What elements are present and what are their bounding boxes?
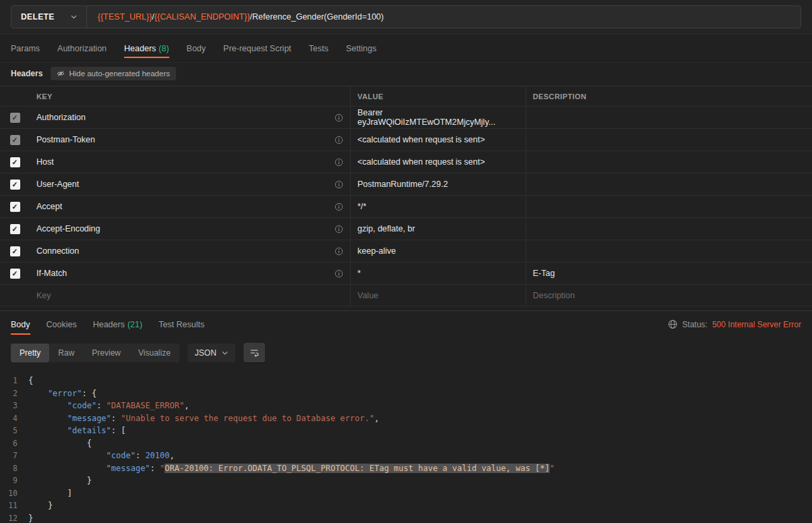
tab-tests[interactable]: Tests (309, 34, 328, 63)
header-enabled-checkbox[interactable] (10, 224, 20, 234)
code-line-content: "message": "ORA-20100: Error.ODATA_TO_PL… (28, 462, 554, 475)
view-pretty-button[interactable]: Pretty (11, 343, 49, 362)
line-number: 4 (0, 412, 28, 425)
code-line-content: "details": [ (28, 424, 126, 437)
header-key[interactable]: Postman-Token (36, 135, 95, 144)
url-segment-plain: /Reference_Gender(GenderId=100) (250, 12, 384, 22)
view-raw-button[interactable]: Raw (49, 343, 83, 362)
method-url-control: DELETE {{TEST_URL}}/{{CALISAN_ENDPOINT}}… (11, 5, 801, 28)
header-value[interactable]: */* (357, 202, 366, 211)
wrap-text-button[interactable] (243, 343, 265, 362)
header-key[interactable]: Authorization (36, 113, 86, 122)
description-cell: Description (526, 285, 812, 306)
hide-button-label: Hide auto-generated headers (69, 70, 170, 78)
header-key[interactable]: If-Match (36, 269, 67, 278)
response-body-code[interactable]: 1{2"error": {3"code": "DATABASE_ERROR",4… (0, 369, 812, 523)
code-line-content: "message": "Unable to serve the request … (28, 412, 379, 425)
header-key[interactable]: Accept-Encoding (36, 224, 100, 233)
column-value-label: VALUE (357, 92, 383, 101)
new-header-value-input[interactable]: Value (357, 291, 378, 300)
code-line: 4"message": "Unable to serve the request… (0, 412, 812, 425)
header-value[interactable]: keep-alive (357, 246, 396, 256)
header-enabled-checkbox[interactable] (10, 135, 20, 145)
header-enabled-checkbox[interactable] (10, 269, 20, 279)
response-status: Status: 500 Internal Server Error (668, 319, 801, 329)
info-icon[interactable] (335, 180, 343, 189)
format-select[interactable]: JSON (187, 343, 235, 362)
view-preview-button[interactable]: Preview (83, 343, 129, 362)
format-label: JSON (195, 348, 216, 358)
code-line: 7"code": 20100, (0, 449, 812, 462)
header-key[interactable]: Accept (36, 202, 62, 211)
url-input[interactable]: {{TEST_URL}}/{{CALISAN_ENDPOINT}}/Refere… (87, 6, 801, 28)
checkbox-cell (0, 263, 30, 284)
hide-auto-generated-headers-button[interactable]: Hide auto-generated headers (51, 67, 176, 80)
method-selector[interactable]: DELETE (11, 6, 87, 28)
info-icon[interactable] (335, 113, 343, 122)
header-value[interactable]: <calculated when request is sent> (357, 135, 485, 144)
code-line-content: "error": { (28, 387, 96, 400)
tab-body[interactable]: Body (187, 34, 206, 63)
header-value[interactable]: Bearer eyJraWQiOiIzMTEwOTM2MjcyMjly... (357, 108, 519, 127)
description-cell: E-Tag (526, 263, 812, 284)
header-enabled-checkbox[interactable] (10, 246, 20, 256)
code-line: 6{ (0, 437, 812, 450)
header-enabled-checkbox[interactable] (10, 202, 20, 212)
value-cell: gzip, deflate, br (351, 218, 526, 240)
response-tab-test-results[interactable]: Test Results (158, 311, 204, 338)
description-cell (526, 196, 812, 217)
header-description[interactable]: E-Tag (533, 269, 555, 278)
info-icon[interactable] (335, 136, 343, 144)
info-icon[interactable] (335, 247, 343, 256)
code-line-content: } (28, 499, 53, 512)
key-cell: If-Match (30, 263, 351, 284)
description-cell (526, 129, 812, 150)
header-enabled-checkbox[interactable] (10, 113, 20, 123)
key-cell: Accept-Encoding (30, 218, 351, 240)
new-header-key-input[interactable]: Key (36, 291, 51, 300)
checkbox-cell (0, 285, 30, 306)
response-tab-headers[interactable]: Headers(21) (93, 311, 142, 338)
status-value[interactable]: 500 Internal Server Error (712, 320, 801, 329)
header-value[interactable]: gzip, deflate, br (357, 224, 415, 233)
view-visualize-button[interactable]: Visualize (129, 343, 179, 362)
key-cell: Host (30, 151, 351, 173)
info-icon[interactable] (335, 158, 343, 167)
response-tab-cookies[interactable]: Cookies (47, 311, 77, 338)
header-row-connection: Connection keep-alive (0, 240, 812, 263)
headers-section-title: Headers (11, 69, 42, 78)
value-cell: Value (351, 285, 526, 306)
tab-settings[interactable]: Settings (346, 34, 376, 63)
headers-table: KEY VALUE DESCRIPTION Authorization Bear… (0, 86, 812, 306)
header-key[interactable]: Host (36, 157, 54, 167)
header-value[interactable]: * (357, 269, 361, 278)
url-segment-variable: {{CALISAN_ENDPOINT}} (154, 12, 250, 22)
header-enabled-checkbox[interactable] (10, 180, 20, 190)
checkbox-cell (0, 196, 30, 217)
header-value[interactable]: PostmanRuntime/7.29.2 (357, 180, 448, 189)
tab-headers[interactable]: Headers(8) (124, 34, 169, 63)
line-number: 5 (0, 424, 28, 437)
checkbox-cell (0, 129, 30, 150)
header-value[interactable]: <calculated when request is sent> (357, 157, 485, 167)
network-globe-icon[interactable] (668, 319, 678, 329)
checkbox-cell (0, 240, 30, 262)
code-line: 12} (0, 512, 812, 523)
url-bar: DELETE {{TEST_URL}}/{{CALISAN_ENDPOINT}}… (0, 0, 812, 34)
header-key[interactable]: User-Agent (36, 180, 79, 189)
response-tab-body[interactable]: Body (11, 311, 30, 338)
code-line-content: ] (28, 487, 72, 500)
new-header-description-input[interactable]: Description (533, 291, 575, 300)
line-number: 1 (0, 375, 28, 387)
tab-params[interactable]: Params (11, 34, 40, 63)
info-icon[interactable] (335, 225, 343, 233)
tab-pre-request-script[interactable]: Pre-request Script (223, 34, 291, 63)
line-number: 6 (0, 437, 28, 450)
status-label: Status: (683, 320, 707, 329)
info-icon[interactable] (335, 202, 343, 211)
tab-authorization[interactable]: Authorization (57, 34, 107, 63)
code-line-content: } (28, 512, 33, 523)
header-enabled-checkbox[interactable] (10, 157, 20, 167)
info-icon[interactable] (335, 269, 343, 278)
header-key[interactable]: Connection (36, 246, 79, 256)
